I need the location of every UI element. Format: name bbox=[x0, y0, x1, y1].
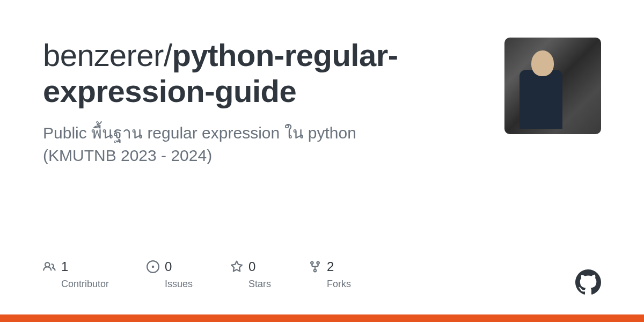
stat-stars: 0 Stars bbox=[230, 259, 271, 290]
stars-label: Stars bbox=[248, 279, 271, 290]
stat-contributors: 1 Contributor bbox=[43, 259, 109, 290]
issues-label: Issues bbox=[165, 279, 193, 290]
people-icon bbox=[43, 260, 56, 273]
title-block: benzerer/python-regular-expression-guide… bbox=[43, 38, 488, 167]
repo-title: benzerer/python-regular-expression-guide bbox=[43, 38, 488, 109]
contributors-label: Contributor bbox=[61, 279, 109, 290]
forks-value: 2 bbox=[327, 259, 334, 274]
accent-bar bbox=[0, 314, 644, 322]
fork-icon bbox=[309, 260, 321, 273]
stats-row: 1 Contributor 0 Issues 0 Stars 2 Forks bbox=[43, 259, 351, 290]
repo-slash: / bbox=[164, 38, 172, 72]
repo-description: Public พื้นฐาน regular expression ใน pyt… bbox=[43, 122, 429, 167]
header-row: benzerer/python-regular-expression-guide… bbox=[43, 38, 601, 167]
avatar bbox=[504, 38, 601, 134]
issue-icon bbox=[147, 260, 159, 273]
github-logo-icon bbox=[575, 269, 601, 295]
contributors-value: 1 bbox=[61, 259, 68, 274]
repo-card: benzerer/python-regular-expression-guide… bbox=[0, 0, 644, 322]
star-icon bbox=[230, 260, 243, 273]
stars-value: 0 bbox=[248, 259, 255, 274]
forks-label: Forks bbox=[327, 279, 351, 290]
repo-owner: benzerer bbox=[43, 38, 164, 72]
stat-forks: 2 Forks bbox=[309, 259, 351, 290]
stat-issues: 0 Issues bbox=[147, 259, 193, 290]
issues-value: 0 bbox=[165, 259, 172, 274]
